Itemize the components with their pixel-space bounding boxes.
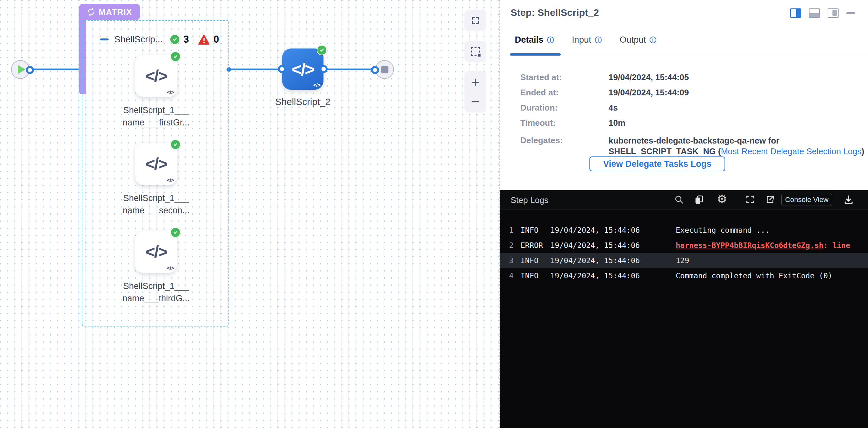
- matrix-group: ShellScrip... 3 0: [82, 20, 229, 327]
- info-icon[interactable]: i: [595, 36, 602, 43]
- log-output[interactable]: 1 INFO 19/04/2024, 15:44:06 Executing co…: [500, 222, 868, 283]
- success-count: 3: [183, 34, 189, 45]
- layout-float-view-button[interactable]: [828, 8, 839, 18]
- delegates-row: Delegates: kubernetes-delegate-backstage…: [520, 135, 588, 146]
- log-line-number: 2: [500, 241, 514, 250]
- selection-icon: [471, 47, 480, 56]
- error-count: 0: [214, 34, 219, 45]
- tab-output[interactable]: Output i: [620, 35, 656, 45]
- tab-details[interactable]: Details i: [515, 35, 554, 45]
- panel-title: Step: ShellScript_2: [510, 7, 599, 18]
- matrix-title: ShellScrip...: [115, 34, 162, 44]
- start-node[interactable]: [11, 60, 30, 79]
- port-dot: [278, 65, 286, 73]
- search-icon[interactable]: [674, 194, 684, 204]
- edge-line: [323, 68, 374, 70]
- canvas-select-button[interactable]: [464, 41, 486, 62]
- stop-icon: [381, 66, 389, 73]
- step-node-shellscript-2[interactable]: </> </>: [282, 49, 323, 90]
- console-view-button[interactable]: Console View: [781, 194, 832, 206]
- matrix-badge-label: MATRIX: [99, 7, 132, 17]
- edge-line: [29, 68, 82, 70]
- port-dot: [319, 65, 328, 73]
- divider: [193, 32, 194, 47]
- edge-line: [229, 68, 283, 70]
- log-message: 129: [676, 256, 689, 265]
- matrix-badge[interactable]: MATRIX: [79, 4, 140, 20]
- info-icon[interactable]: i: [650, 36, 656, 43]
- end-node[interactable]: [375, 60, 394, 79]
- step-logs-header: Step Logs ⚙ Console View: [500, 190, 868, 210]
- detail-row: Timeout: 10m: [520, 118, 588, 128]
- layout-bottom-view-button[interactable]: [809, 8, 820, 18]
- step-node-label: ShellScript_2: [251, 96, 354, 108]
- log-error-script-link[interactable]: harness-BYPP4bBIRqisKCo6dteGZg.sh: [676, 241, 824, 250]
- pipeline-canvas[interactable]: MATRIX ShellScrip... 3 0 </>: [0, 0, 500, 428]
- step-logs-panel: Step Logs ⚙ Console View 1: [500, 190, 868, 428]
- info-icon[interactable]: i: [547, 36, 554, 43]
- zoom-in-button[interactable]: +: [471, 75, 480, 89]
- code-icon: </>: [291, 59, 314, 79]
- pipeline-execution-view: MATRIX ShellScrip... 3 0 </>: [0, 0, 868, 428]
- tab-bar: Details i Input i Output i: [515, 35, 656, 45]
- delegate-selection-logs-link[interactable]: Most Recent Delegate Selection Logs: [721, 147, 862, 156]
- zoom-out-button[interactable]: −: [471, 95, 480, 108]
- success-status-icon: [317, 45, 327, 55]
- log-timestamp: 19/04/2024, 15:44:06: [550, 241, 644, 250]
- tab-input[interactable]: Input i: [572, 35, 602, 45]
- port-dot: [371, 66, 379, 74]
- collapse-matrix-button[interactable]: [100, 38, 108, 40]
- check-icon: [169, 34, 180, 44]
- external-link-icon[interactable]: [765, 194, 775, 204]
- log-message: Command completed with ExitCode (0): [676, 272, 833, 280]
- detail-row: Duration: 4s: [520, 103, 588, 113]
- log-line: 2 ERROR 19/04/2024, 15:44:06 harness-BYP…: [500, 238, 868, 253]
- log-line: 3 INFO 19/04/2024, 15:44:06 129: [500, 253, 868, 268]
- log-line: 4 INFO 19/04/2024, 15:44:06 Command comp…: [500, 268, 868, 283]
- download-icon[interactable]: [843, 194, 854, 205]
- fullscreen-icon: [471, 16, 480, 25]
- code-mini-icon: </>: [313, 82, 320, 89]
- port-dot: [26, 66, 34, 74]
- canvas-fullscreen-button[interactable]: [464, 10, 486, 31]
- minimize-button[interactable]: [846, 12, 855, 14]
- log-message: Executing command ...: [676, 226, 770, 234]
- log-timestamp: 19/04/2024, 15:44:06: [550, 256, 644, 265]
- log-timestamp: 19/04/2024, 15:44:06: [550, 226, 644, 234]
- log-level: ERROR: [521, 241, 550, 250]
- view-delegate-tasks-logs-button[interactable]: View Delegate Tasks Logs: [589, 156, 725, 171]
- log-line-number: 1: [500, 226, 514, 234]
- active-tab-indicator: [510, 53, 561, 56]
- loop-icon: [87, 8, 95, 16]
- layout-split-view-button[interactable]: [790, 8, 801, 18]
- log-message: harness-BYPP4bBIRqisKCo6dteGZg.sh: line: [676, 241, 850, 250]
- log-level: INFO: [521, 256, 550, 265]
- detail-row: Ended at: 19/04/2024, 15:44:09: [520, 88, 588, 98]
- step-details-panel: Step: ShellScript_2 Details i Input i Ou…: [500, 0, 868, 190]
- detail-row: Started at: 19/04/2024, 15:44:05: [520, 72, 588, 83]
- log-line: 1 INFO 19/04/2024, 15:44:06 Executing co…: [500, 222, 868, 238]
- log-line-number: 4: [500, 272, 514, 280]
- gear-icon[interactable]: ⚙: [717, 194, 727, 204]
- copy-icon[interactable]: [694, 194, 704, 205]
- log-timestamp: 19/04/2024, 15:44:06: [550, 272, 644, 280]
- canvas-zoom-control: + −: [464, 71, 486, 113]
- step-logs-title: Step Logs: [510, 195, 549, 205]
- log-line-number: 3: [500, 256, 514, 265]
- play-icon: [18, 65, 26, 74]
- expand-icon[interactable]: [745, 194, 755, 204]
- log-level: INFO: [521, 272, 550, 280]
- warning-icon: [198, 34, 210, 45]
- log-level: INFO: [521, 226, 550, 234]
